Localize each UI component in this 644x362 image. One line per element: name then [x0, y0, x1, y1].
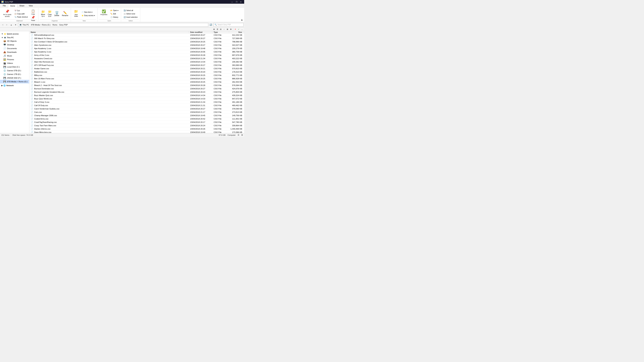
col-header-name[interactable]: Name	[29, 31, 189, 33]
sidebar-item-local-disk-c[interactable]: 💾 Local Disk (C:)	[0, 65, 29, 69]
sidebar-item-games-1tb[interactable]: 💿 Games 1TB (E:)	[0, 72, 29, 76]
address-path[interactable]: 💻 This PC › 8TB Media + Roms (G:) › Roms…	[18, 23, 208, 27]
search-box[interactable]: 🔍 Search Sony PSP	[213, 23, 244, 27]
sidebar-item-desktop[interactable]: 🖥️ Desktop	[0, 43, 29, 46]
cut-button[interactable]: ✂️Cut	[13, 9, 21, 12]
table-row[interactable]: 📄 Ben 10 Alien Force.cso 23/04/2018 20:2…	[29, 77, 244, 80]
path-drive[interactable]: 8TB Media + Roms (G:)	[31, 24, 50, 26]
paste-shortcut-button[interactable]: 📎Paste shortcut	[13, 15, 29, 18]
sidebar-item-videos[interactable]: 🎬 Videos	[0, 61, 29, 65]
select-all-button[interactable]: ☑️Select all	[122, 9, 139, 12]
select-none-button[interactable]: ⬜Select none	[122, 12, 139, 15]
pin-to-quick-access-button[interactable]: 📌 Pin to Quickaccess	[2, 8, 13, 19]
back-button[interactable]: ◀	[1, 23, 4, 27]
new-item-button[interactable]: 📄New item ▾	[80, 10, 96, 13]
table-row[interactable]: 📄 Dave Mirra bmx.cso 23/04/2018 19:49 CS…	[29, 131, 244, 133]
table-row[interactable]: 📄 Call Of Duty.cso 23/04/2018 21:31 CSO …	[29, 104, 244, 107]
file-size-cell: 886,928 KB	[229, 77, 244, 80]
table-row[interactable]: 📄 Bleach 2 - Heat Of The Soul.cso 23/04/…	[29, 84, 244, 87]
close-button[interactable]: ✕	[239, 0, 243, 3]
minimize-button[interactable]: —	[230, 0, 234, 3]
sort-btn[interactable]: ↕	[222, 28, 226, 31]
table-row[interactable]: 📄 Cars.cso 23/04/2018 21:17 CSO File 273…	[29, 110, 244, 114]
copy-path-button[interactable]: 📋Copy path	[13, 12, 26, 15]
sidebar-item-3dobjects[interactable]: 📦 3D Objects	[0, 39, 29, 43]
path-roms[interactable]: Roms	[52, 24, 57, 26]
path-current[interactable]: Sony PSP	[59, 24, 68, 26]
sidebar-section-quick-access[interactable]: ▼ ⭐ Quick access	[0, 32, 29, 35]
view-btn-3[interactable]: ⊟	[219, 28, 222, 31]
path-this-pc[interactable]: This PC	[22, 24, 29, 26]
refresh-button[interactable]: 🔄	[209, 23, 213, 27]
table-row[interactable]: 📄 Buzz Quiz World.cso 23/04/2018 14:33 C…	[29, 97, 244, 100]
sidebar-item-8tb-drive[interactable]: 💾 8TB Media + Roms (G:)	[0, 80, 29, 83]
col-header-size[interactable]: Size	[229, 31, 244, 33]
check-icon[interactable]: ✓	[237, 28, 240, 31]
copy-to-button[interactable]: 📁 Copyto ▾	[46, 9, 53, 19]
sidebar-item-documents[interactable]: 📄 Documents	[0, 46, 29, 50]
table-row[interactable]: 📄 BattleZone.cso 23/04/2018 20:20 CSO Fi…	[29, 70, 244, 73]
view-details-icon[interactable]: ⊞	[241, 134, 243, 136]
table-row[interactable]: 📄 Burnout Dominator.cso 23/04/2018 20:27…	[29, 87, 244, 90]
view-list-icon[interactable]: ☰	[238, 134, 239, 136]
col-header-date[interactable]: Date modified	[189, 31, 212, 33]
sidebar-item-games-5tb[interactable]: 💿 Games 5TB (D:)	[0, 69, 29, 72]
table-row[interactable]: 📄 Atari Hits Remixed.cso 23/04/2018 14:3…	[29, 60, 244, 63]
new-folder-button[interactable]: 📁 Newfolder	[72, 8, 80, 19]
table-row[interactable]: 📄 50CentsBulletproof.cso 23/04/2018 20:2…	[29, 33, 244, 37]
col-header-type[interactable]: Type	[212, 31, 229, 33]
table-row[interactable]: 📄 Ace Combat X Skies Of Deception.cso 23…	[29, 40, 244, 43]
move-to-button[interactable]: 📁 Moveto ▾	[40, 9, 46, 19]
tab-home[interactable]: Home	[8, 4, 17, 7]
rename-button[interactable]: ✏️ Rename	[61, 9, 70, 19]
table-row[interactable]: 📄 Call of Duty 3.cso 23/04/2018 21:34 CS…	[29, 100, 244, 104]
view-btn-1[interactable]: ⊞	[212, 28, 216, 31]
table-row[interactable]: 📄 ATV Off Road Fury.cso 23/04/2018 20:27…	[29, 63, 244, 67]
table-row[interactable]: 📄 Champ Manager 2006.cso 23/04/2018 19:4…	[29, 114, 244, 117]
table-row[interactable]: 📄 BBoy.cso 23/04/2018 20:25 CSO File 832…	[29, 73, 244, 77]
recent-locations-button[interactable]: ▼	[14, 23, 18, 27]
table-row[interactable]: 📄 Coded Arms.cso 23/04/2018 20:42 CSO Fi…	[29, 117, 244, 120]
view-btn-2[interactable]: ☰	[216, 28, 219, 31]
group-btn[interactable]: ⊞	[226, 28, 229, 31]
table-row[interactable]: 📄 Burnout Legends Greatest Hits.cso 23/0…	[29, 90, 244, 94]
up-button[interactable]: ▲	[10, 23, 13, 27]
properties-button[interactable]: ✅ Properties	[99, 8, 109, 19]
table-row[interactable]: 📄 Crazy Taxi Fare Wars.cso 23/04/2018 20…	[29, 124, 244, 127]
table-row[interactable]: 📄 Carol Vorderman Sudoku.cso 23/04/2018 …	[29, 107, 244, 110]
ribbon-collapse-button[interactable]: ▲	[240, 18, 243, 21]
invert-selection-button[interactable]: 🔄Invert selection	[122, 15, 139, 18]
delete-button[interactable]: 🗑️ Delete	[53, 9, 60, 19]
open-button[interactable]: 📂Open ▾	[109, 9, 120, 12]
table-row[interactable]: 📄 Alien Syndrome.cso 23/04/2018 20:27 CS…	[29, 43, 244, 47]
table-row[interactable]: 📄 Army of the 2.cso 23/04/2018 20:28 CSO…	[29, 53, 244, 57]
copy-button[interactable]: 📋 Copy	[29, 8, 37, 14]
easy-access-button[interactable]: ⭐Easy access ▾	[80, 14, 96, 17]
tab-share[interactable]: Share	[17, 4, 26, 7]
table-row[interactable]: 📄 Buzz Master Quiz.cso 23/04/2018 14:34 …	[29, 94, 244, 97]
sidebar-item-250gb-ssd[interactable]: 💾 250GB SSD (F:)	[0, 76, 29, 80]
table-row[interactable]: 📄 Ape Academy 2.cso 23/04/2018 20:06 CSO…	[29, 50, 244, 53]
sidebar-section-this-pc[interactable]: ▼ 💻 This PC	[0, 35, 29, 39]
paste-button[interactable]: 📌 Paste	[29, 15, 37, 19]
history-button[interactable]: 🕐History	[109, 15, 120, 18]
sidebar-item-pictures[interactable]: 🖼️ Pictures	[0, 58, 29, 61]
table-row[interactable]: 📄 Bleach 1.cso 23/04/2018 20:25 CSO File…	[29, 80, 244, 84]
restore-button[interactable]: ❐	[234, 0, 238, 3]
sidebar-item-downloads[interactable]: 📥 Downloads	[0, 50, 29, 54]
forward-button[interactable]: ▶	[5, 23, 9, 27]
view-options-btn[interactable]: ⚙	[229, 28, 232, 31]
tab-file[interactable]: File	[1, 4, 8, 7]
table-row[interactable]: 📄 300 March To Glory.cso 23/04/2018 20:2…	[29, 37, 244, 40]
tab-view[interactable]: View	[26, 4, 35, 7]
table-row[interactable]: 📄 Dantes Inferno.cso 23/04/2018 20:26 CS…	[29, 127, 244, 131]
table-row[interactable]: 📄 Ape Academy 1.cso 23/04/2018 19:48 CSO…	[29, 47, 244, 50]
more-btn[interactable]: …	[240, 28, 244, 31]
table-row[interactable]: 📄 Assassins Creed.cso 23/04/2018 21:34 C…	[29, 57, 244, 60]
delete-icon[interactable]: ✕	[234, 28, 237, 31]
table-row[interactable]: 📄 Avatar Game.cso 23/04/2018 20:21 CSO F…	[29, 67, 244, 70]
sidebar-item-music[interactable]: 🎵 Music	[0, 54, 29, 58]
edit-button[interactable]: ✏️Edit	[109, 12, 120, 15]
sidebar-section-network[interactable]: ▶ 🌐 Network	[0, 83, 29, 87]
table-row[interactable]: 📄 CrashTagTeamRacing.cso 23/04/2018 20:1…	[29, 120, 244, 124]
